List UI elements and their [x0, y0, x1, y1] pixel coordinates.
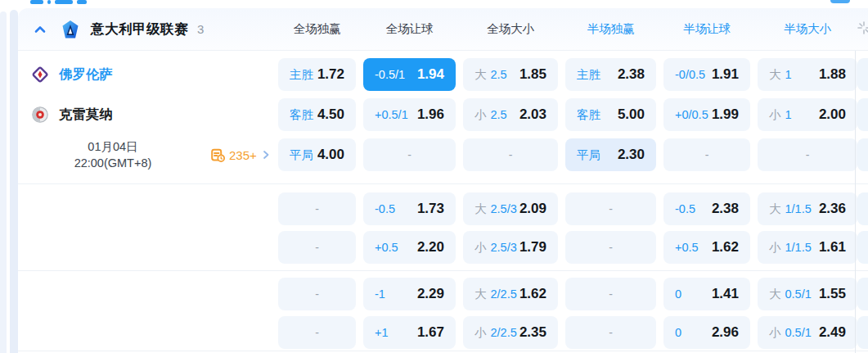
selection-label: 客胜	[577, 107, 600, 123]
odds-cell[interactable]: +0.5/11.96	[363, 98, 456, 131]
more-markets-button[interactable]: 235+	[211, 148, 271, 162]
odds-cell-empty: -	[565, 192, 656, 225]
dash-placeholder: -	[705, 148, 709, 161]
away-team-cell: 克雷莫纳	[18, 98, 271, 131]
ou-line-value: 2.5	[491, 108, 507, 121]
dash-placeholder: -	[315, 241, 319, 254]
odds-value: 1.88	[819, 66, 846, 83]
odds-cell[interactable]: 大1/1.52.36	[758, 192, 857, 225]
odds-cell[interactable]: 大2.51.85	[463, 58, 558, 91]
ou-direction-label: 小	[769, 240, 781, 256]
odds-cell[interactable]: 客胜4.50	[278, 98, 356, 131]
fiorentina-badge-icon	[31, 66, 49, 84]
odds-row-away: 克雷莫纳 客胜4.50+0.5/11.96小2.52.03客胜5.00+0/0.…	[18, 98, 868, 131]
odds-cell[interactable]: 小2.5/31.79	[463, 231, 558, 264]
column-divider	[855, 51, 856, 353]
odds-cell[interactable]: 大2.5/32.09	[463, 192, 558, 225]
odds-cell[interactable]: 主胜2.38	[565, 58, 656, 91]
odds-value: 1.41	[712, 286, 739, 302]
dash-placeholder: -	[806, 148, 810, 161]
odds-cell[interactable]: 小12.00	[758, 98, 857, 131]
selection-label: 平局	[577, 147, 600, 163]
odds-cell[interactable]: -0/0.51.91	[663, 58, 750, 91]
odds-value: 1.72	[317, 66, 344, 83]
odds-cell-empty: -	[758, 138, 857, 171]
selection-label: +1	[375, 326, 389, 339]
match-count-badge: 3	[197, 22, 204, 36]
odds-cell[interactable]: +0/0.51.99	[663, 98, 750, 131]
ou-label: 大2.5/3	[474, 201, 517, 217]
home-team-cell: 佛罗伦萨	[18, 58, 271, 91]
match-block: 佛罗伦萨 主胜1.72-0.5/11.94大2.51.85主胜2.38-0/0.…	[18, 51, 868, 183]
dash-placeholder: -	[315, 326, 319, 339]
selection-label: 平局	[290, 147, 313, 163]
chevron-up-icon[interactable]	[33, 22, 47, 37]
odds-cell[interactable]: 02.96	[663, 316, 750, 349]
serie-a-logo-icon	[61, 20, 80, 39]
odds-value: 2.49	[819, 324, 846, 341]
selection-label: -0.5	[675, 202, 695, 215]
odds-cell[interactable]: -0.52.38	[663, 192, 750, 225]
column-header-ht-1x2: 半场独赢	[565, 21, 656, 37]
odds-value: 2.30	[618, 147, 645, 163]
selection-label: -0.5	[375, 202, 395, 215]
partial-odds-cell[interactable]	[857, 98, 868, 131]
partial-odds-cell[interactable]	[857, 316, 868, 349]
ou-direction-label: 大	[474, 67, 487, 83]
odds-cell[interactable]: +0.52.20	[363, 231, 456, 264]
odds-cell[interactable]: 平局4.00	[278, 138, 356, 171]
odds-cell[interactable]: 客胜5.00	[565, 98, 656, 131]
partial-odds-cell[interactable]	[857, 192, 868, 225]
odds-value: 1.96	[417, 106, 444, 123]
odds-cell[interactable]: +0.51.62	[663, 231, 750, 264]
odds-cell[interactable]: 小2.52.03	[463, 98, 558, 131]
odds-cell[interactable]: 01.41	[663, 278, 750, 310]
column-header-ft-overunder: 全场大小	[463, 21, 558, 37]
odds-cell[interactable]: 大11.88	[758, 58, 857, 91]
ou-label: 小2.5	[474, 107, 507, 123]
odds-value: 5.00	[618, 106, 645, 123]
partial-odds-cell[interactable]	[857, 231, 868, 264]
odds-cell[interactable]: -0.51.73	[363, 192, 456, 225]
partial-odds-cell[interactable]	[857, 138, 868, 171]
scroll-track[interactable]	[10, 10, 18, 353]
odds-cell-empty: -	[565, 278, 656, 310]
selection-label: 0	[675, 326, 681, 339]
ou-line-value: 2.5/3	[491, 241, 517, 254]
odds-cell-empty: -	[363, 138, 456, 171]
odds-value: 2.00	[819, 106, 846, 123]
odds-cell[interactable]: 大0.5/11.55	[758, 278, 857, 310]
ou-line-value: 1	[785, 68, 792, 81]
odds-cell-selected[interactable]: -0.5/11.94	[363, 58, 456, 91]
page-gutter	[0, 11, 7, 353]
odds-cell[interactable]: 小1/1.51.61	[758, 231, 857, 264]
odds-value: 1.62	[712, 239, 739, 256]
ou-label: 大2/2.5	[474, 287, 517, 302]
partial-odds-cell[interactable]	[857, 58, 868, 91]
odds-row-alt: -+0.52.20小2.5/31.79-+0.51.62小1/1.51.61	[18, 231, 868, 264]
ou-label: 小2/2.5	[474, 325, 517, 341]
ou-direction-label: 小	[769, 107, 781, 123]
ou-direction-label: 大	[769, 201, 781, 217]
odds-value: 2.29	[417, 286, 444, 302]
dash-placeholder: -	[609, 287, 613, 301]
odds-value: 2.96	[712, 324, 739, 341]
odds-cell[interactable]: 主胜1.72	[278, 58, 356, 91]
ou-line-value: 2/2.5	[491, 287, 517, 301]
selection-label: +0.5	[375, 241, 398, 254]
partial-settings-icon[interactable]	[857, 21, 868, 34]
odds-cell[interactable]: 小2/2.52.35	[463, 316, 558, 349]
partial-odds-cell[interactable]	[857, 278, 868, 310]
odds-value: 1.99	[712, 106, 739, 123]
odds-cell[interactable]: 小0.5/12.49	[758, 316, 857, 349]
odds-cell[interactable]: 平局2.30	[565, 138, 656, 171]
match-meta-cell: 01月04日 22:00(GMT+8) 235+	[18, 138, 271, 171]
odds-cell[interactable]: 大2/2.51.62	[463, 278, 558, 310]
odds-value: 1.62	[519, 286, 546, 302]
dash-placeholder: -	[315, 287, 319, 301]
odds-cell[interactable]: -12.29	[363, 278, 456, 310]
selection-label: +0/0.5	[675, 108, 708, 121]
odds-cell[interactable]: +11.67	[363, 316, 456, 349]
ou-label: 小1	[769, 107, 792, 123]
ou-direction-label: 小	[474, 240, 487, 256]
